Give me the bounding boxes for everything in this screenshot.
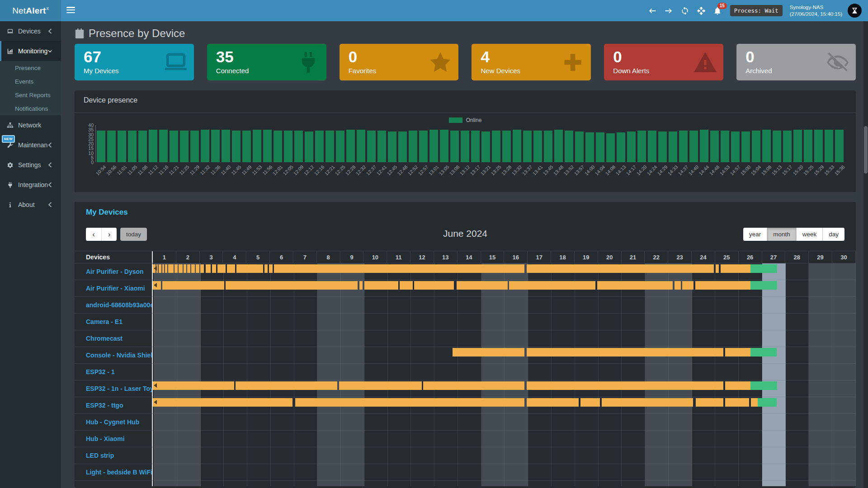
- online-now-bar-segment[interactable]: [758, 398, 776, 407]
- online-bar-segment[interactable]: [725, 398, 749, 407]
- online-bar-segment[interactable]: [725, 348, 750, 357]
- device-name-link[interactable]: ESP32 - 1n - Laser Toy: [75, 380, 153, 397]
- online-bar-segment[interactable]: [153, 381, 234, 390]
- online-bar-segment[interactable]: [236, 381, 337, 390]
- sidebar-item-about[interactable]: About: [0, 195, 61, 215]
- bell-icon[interactable]: 15: [713, 6, 722, 15]
- online-bar-segment[interactable]: [751, 398, 758, 407]
- online-bar-segment[interactable]: [168, 264, 173, 273]
- online-bar-segment[interactable]: [339, 381, 422, 390]
- online-bar-segment[interactable]: [725, 381, 750, 390]
- view-button-month[interactable]: month: [767, 228, 796, 241]
- online-bar-segment[interactable]: [400, 281, 413, 290]
- online-bar-segment[interactable]: [264, 264, 268, 273]
- sidebar-item-sent-reports[interactable]: Sent Reports: [0, 88, 61, 102]
- device-name-link[interactable]: LED strip: [75, 447, 153, 464]
- sidebar-item-monitoring[interactable]: Monitoring: [0, 41, 61, 61]
- online-bar-segment[interactable]: [695, 281, 750, 290]
- online-bar-segment[interactable]: [509, 281, 595, 290]
- sidebar-item-devices[interactable]: Devices: [0, 21, 61, 41]
- online-bar-segment[interactable]: [269, 264, 273, 273]
- online-bar-segment[interactable]: [226, 281, 358, 290]
- online-bar-segment[interactable]: [597, 281, 673, 290]
- online-bar-segment[interactable]: [206, 264, 210, 273]
- sidebar-toggle-icon[interactable]: [66, 7, 75, 14]
- online-bar-segment[interactable]: [527, 398, 579, 407]
- online-bar-segment[interactable]: [527, 264, 714, 273]
- online-bar-segment[interactable]: [580, 398, 600, 407]
- online-bar-segment[interactable]: [162, 264, 164, 273]
- device-name-link[interactable]: Hub - Cygnet Hub: [75, 414, 153, 431]
- online-bar-segment[interactable]: [414, 281, 453, 290]
- online-bar-segment[interactable]: [175, 264, 178, 273]
- online-bar-segment[interactable]: [184, 264, 186, 273]
- online-bar-segment[interactable]: [721, 264, 750, 273]
- online-bar-segment[interactable]: [162, 281, 224, 290]
- device-name-link[interactable]: ESP32 - ttgo: [75, 397, 153, 414]
- device-name-link[interactable]: Camera - E1: [75, 314, 153, 330]
- device-name-link[interactable]: ESP32 - 1: [75, 364, 153, 380]
- sidebar-item-events[interactable]: Events: [0, 75, 61, 88]
- online-bar-segment[interactable]: [527, 381, 723, 390]
- online-bar-segment[interactable]: [295, 398, 524, 407]
- online-bar-segment[interactable]: [527, 348, 723, 357]
- online-bar-segment[interactable]: [196, 264, 199, 273]
- forward-icon[interactable]: [664, 6, 673, 15]
- online-bar-segment[interactable]: [682, 281, 693, 290]
- online-bar-segment[interactable]: [675, 281, 681, 290]
- stat-card-archived[interactable]: 0Archived: [736, 44, 856, 80]
- online-bar-segment[interactable]: [153, 398, 292, 407]
- online-bar-segment[interactable]: [696, 398, 723, 407]
- online-bar-segment[interactable]: [217, 264, 226, 273]
- online-bar-segment[interactable]: [423, 381, 524, 390]
- online-bar-segment[interactable]: [602, 398, 693, 407]
- move-icon[interactable]: [697, 6, 706, 15]
- stat-card-down-alerts[interactable]: 0Down Alerts: [604, 44, 723, 80]
- online-now-bar-segment[interactable]: [750, 348, 777, 357]
- device-name-link[interactable]: Console - Nvidia Shield T: [75, 347, 153, 364]
- sidebar-item-settings[interactable]: Settings: [0, 155, 61, 175]
- online-bar-segment[interactable]: [453, 348, 524, 357]
- online-now-bar-segment[interactable]: [750, 264, 778, 273]
- back-icon[interactable]: [648, 6, 657, 15]
- online-bar-segment[interactable]: [187, 264, 190, 273]
- online-bar-segment[interactable]: [200, 264, 204, 273]
- online-bar-segment[interactable]: [364, 281, 399, 290]
- online-bar-segment[interactable]: [274, 264, 524, 273]
- device-name-link[interactable]: Light - bedside B WiFi: [75, 464, 153, 481]
- page-scrollbar[interactable]: [863, 21, 868, 488]
- sidebar-item-network[interactable]: Network: [0, 115, 61, 135]
- device-name-link[interactable]: android-68608b93a00e4: [75, 297, 153, 314]
- sidebar-item-presence[interactable]: Presence: [0, 61, 61, 75]
- refresh-icon[interactable]: [680, 6, 689, 15]
- online-bar-segment[interactable]: [159, 264, 161, 273]
- device-name-link[interactable]: Chromecast: [75, 330, 153, 347]
- sidebar-item-notifications[interactable]: Notifications: [0, 102, 61, 115]
- online-bar-segment[interactable]: [359, 281, 363, 290]
- view-button-day[interactable]: day: [822, 228, 844, 241]
- online-now-bar-segment[interactable]: [750, 281, 778, 290]
- online-bar-segment[interactable]: [179, 264, 183, 273]
- online-now-bar-segment[interactable]: [750, 381, 778, 390]
- device-name-link[interactable]: Air Purifier - Xiaomi: [75, 280, 153, 297]
- online-bar-segment[interactable]: [227, 264, 236, 273]
- user-avatar[interactable]: [848, 4, 862, 18]
- online-bar-segment[interactable]: [165, 264, 167, 273]
- stat-card-my-devices[interactable]: 67My Devices: [75, 44, 194, 80]
- view-button-week[interactable]: week: [796, 228, 823, 241]
- stat-card-connected[interactable]: 35Connected: [207, 44, 326, 80]
- online-bar-segment[interactable]: [236, 264, 263, 273]
- online-bar-segment[interactable]: [191, 264, 195, 273]
- device-name-link[interactable]: [75, 481, 153, 486]
- online-bar-segment[interactable]: [457, 281, 508, 290]
- stat-card-new-devices[interactable]: 4New Devices: [472, 44, 591, 80]
- chart-legend[interactable]: Online: [75, 117, 856, 123]
- online-bar-segment[interactable]: [212, 264, 216, 273]
- device-name-link[interactable]: Air Purifier - Dyson: [75, 263, 153, 280]
- device-name-link[interactable]: Hub - Xiaomi: [75, 431, 153, 447]
- page-scrollbar-thumb[interactable]: [864, 126, 868, 174]
- sidebar-item-integrations[interactable]: Integrations: [0, 175, 61, 195]
- view-button-year[interactable]: year: [743, 228, 767, 241]
- stat-card-favorites[interactable]: 0Favorites: [340, 44, 459, 80]
- app-logo[interactable]: NetAlertx: [0, 0, 61, 21]
